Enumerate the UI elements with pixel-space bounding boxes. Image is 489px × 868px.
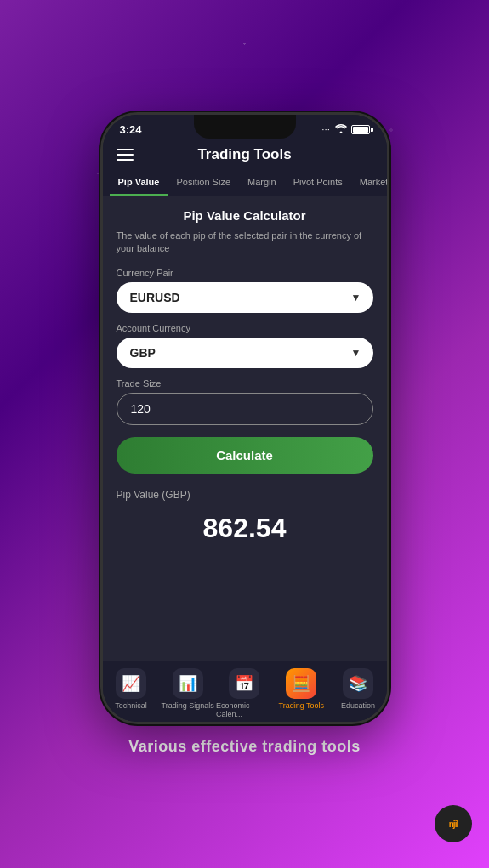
tab-market-hours[interactable]: Market Hou [351,170,387,196]
status-time: 3:24 [120,123,142,136]
nav-item-trading-signals[interactable]: 📊 Trading Signals [159,668,216,718]
currency-pair-label: Currency Pair [117,268,373,278]
currency-pair-wrapper: EURUSD ▼ [117,282,373,313]
tabs-row: Pip Value Position Size Margin Pivot Poi… [103,170,387,196]
calculator-title: Pip Value Calculator [117,208,373,223]
nav-item-economic-calendar[interactable]: 📅 Economic Calen... [216,668,273,718]
nav-item-trading-tools[interactable]: 🧮 Trading Tools [273,668,330,718]
result-label: Pip Value (GBP) [117,489,373,501]
tab-pivot-points[interactable]: Pivot Points [285,170,351,196]
wifi-icon [335,123,347,136]
nav-label-economic-calendar: Economic Calen... [216,701,273,718]
nav-label-education: Education [341,701,375,710]
bottom-navigation: 📈 Technical 📊 Trading Signals 📅 Economic… [103,661,387,722]
trade-size-label: Trade Size [117,378,373,389]
nav-label-trading-tools: Trading Tools [279,701,325,710]
trading-signals-icon: 📊 [173,668,203,699]
account-currency-label: Account Currency [117,323,373,333]
phone-frame: 3:24 ··· Trading Tools [100,112,389,724]
trading-tools-icon: 🧮 [286,668,316,699]
nav-label-technical: Technical [115,701,147,710]
header-title: Trading Tools [197,146,291,163]
currency-pair-select[interactable]: EURUSD [117,282,373,313]
tab-pip-value[interactable]: Pip Value [110,170,168,196]
education-icon: 📚 [343,668,373,699]
result-value: 862.54 [117,504,373,553]
nav-item-technical[interactable]: 📈 Technical [103,668,160,718]
calculator-description: The value of each pip of the selected pa… [117,230,373,256]
phone-screen: 3:24 ··· Trading Tools [103,115,387,722]
logo-area: njil [435,805,472,842]
phone-notch [194,115,296,139]
brand-logo: njil [435,805,472,842]
economic-calendar-icon: 📅 [229,668,259,699]
calculate-button[interactable]: Calculate [117,437,373,474]
battery-icon [351,125,370,134]
main-content: Pip Value Calculator The value of each p… [103,196,387,661]
trade-size-input[interactable] [117,393,373,425]
account-currency-select[interactable]: GBP [117,338,373,368]
technical-icon: 📈 [116,668,146,699]
app-header: Trading Tools [103,139,387,170]
account-currency-wrapper: GBP ▼ [117,338,373,368]
nav-item-education[interactable]: 📚 Education [330,668,387,718]
tab-margin[interactable]: Margin [239,170,285,196]
status-right: ··· [322,123,370,136]
dots-icon: ··· [322,126,331,133]
hamburger-menu-button[interactable] [117,149,134,161]
tagline-text: Various effective trading tools [128,738,361,756]
tab-position-size[interactable]: Position Size [168,170,239,196]
nav-label-trading-signals: Trading Signals [162,701,214,710]
